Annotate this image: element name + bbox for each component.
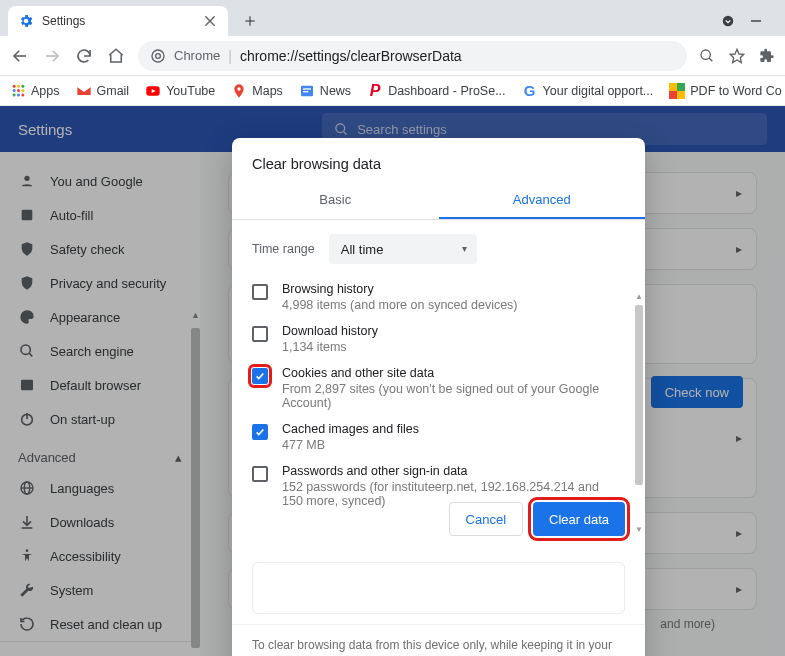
svg-line-11 <box>709 58 712 61</box>
svg-rect-30 <box>677 83 685 91</box>
dialog-tabs: Basic Advanced <box>232 182 645 220</box>
stub-card <box>252 562 625 614</box>
google-icon: G <box>522 83 538 99</box>
address-bar[interactable]: Chrome | chrome://settings/clearBrowserD… <box>138 41 687 71</box>
time-range-label: Time range <box>252 242 315 256</box>
checkbox[interactable] <box>252 466 268 482</box>
maps-icon <box>231 83 247 99</box>
close-icon[interactable] <box>202 13 218 29</box>
scrollbar-thumb[interactable] <box>635 305 643 485</box>
dialog-scrollbar[interactable]: ▲ ▼ <box>635 292 643 530</box>
svg-point-14 <box>17 85 20 88</box>
bookmark-digital[interactable]: GYour digital opport... <box>522 83 654 99</box>
browser-tab[interactable]: Settings <box>8 6 228 36</box>
omnibox-chip: Chrome <box>174 48 220 63</box>
reload-button[interactable] <box>74 46 94 66</box>
account-icon[interactable] <box>721 14 735 28</box>
svg-rect-27 <box>303 91 308 92</box>
news-icon <box>299 83 315 99</box>
omnibox-url: chrome://settings/clearBrowserData <box>240 48 462 64</box>
clear-browsing-data-dialog: Clear browsing data Basic Advanced Time … <box>232 138 645 656</box>
gear-icon <box>18 13 34 29</box>
tab-strip: Settings <box>0 0 785 36</box>
extensions-icon[interactable] <box>759 48 775 64</box>
dialog-footer: To clear browsing data from this device … <box>232 624 645 656</box>
svg-point-10 <box>701 50 710 59</box>
svg-marker-12 <box>730 49 743 62</box>
home-button[interactable] <box>106 46 126 66</box>
bookmark-youtube[interactable]: YouTube <box>145 83 215 99</box>
forward-button[interactable] <box>42 46 62 66</box>
scroll-down-icon[interactable]: ▼ <box>635 525 643 534</box>
bookmark-news[interactable]: News <box>299 83 351 99</box>
scroll-up-icon[interactable]: ▲ <box>635 292 643 301</box>
svg-point-4 <box>723 16 734 27</box>
back-button[interactable] <box>10 46 30 66</box>
youtube-icon <box>145 83 161 99</box>
svg-point-15 <box>21 85 24 88</box>
bookmark-pdf[interactable]: PDF to Word Co <box>669 83 781 99</box>
time-range-select[interactable]: All time ▾ <box>329 234 477 264</box>
bookmarks-bar: Apps Gmail YouTube Maps News PDashboard … <box>0 76 785 106</box>
bookmark-dashboard[interactable]: PDashboard - ProSe... <box>367 83 505 99</box>
checkbox[interactable] <box>252 284 268 300</box>
tab-title: Settings <box>42 14 194 28</box>
svg-point-13 <box>12 85 15 88</box>
svg-point-21 <box>21 93 24 96</box>
checkbox[interactable] <box>252 326 268 342</box>
apps-icon <box>10 83 26 99</box>
svg-rect-29 <box>669 91 677 99</box>
option-download-history[interactable]: Download history1,134 items <box>246 318 625 360</box>
tab-basic[interactable]: Basic <box>232 182 439 219</box>
gmail-icon <box>76 83 92 99</box>
option-cookies[interactable]: Cookies and other site dataFrom 2,897 si… <box>246 360 625 416</box>
new-tab-button[interactable] <box>236 7 264 35</box>
pdf-icon <box>669 83 685 99</box>
tab-advanced[interactable]: Advanced <box>439 182 646 219</box>
dialog-title: Clear browsing data <box>232 138 645 182</box>
chevron-down-icon: ▾ <box>462 243 467 254</box>
svg-point-19 <box>12 93 15 96</box>
checkbox[interactable] <box>252 424 268 440</box>
svg-point-20 <box>17 93 20 96</box>
svg-point-16 <box>12 89 15 92</box>
bookmark-maps[interactable]: Maps <box>231 83 283 99</box>
option-passwords[interactable]: Passwords and other sign-in data152 pass… <box>246 458 625 514</box>
chrome-icon <box>150 48 166 64</box>
bookmark-gmail[interactable]: Gmail <box>76 83 130 99</box>
bookmark-apps[interactable]: Apps <box>10 83 60 99</box>
option-browsing-history[interactable]: Browsing history4,998 items (and more on… <box>246 276 625 318</box>
checkbox[interactable] <box>252 368 268 384</box>
svg-point-8 <box>152 50 164 62</box>
minimize-button[interactable] <box>749 14 763 28</box>
svg-point-9 <box>156 53 161 58</box>
window-controls <box>721 14 777 28</box>
zoom-icon[interactable] <box>699 48 715 64</box>
pinterest-icon: P <box>367 83 383 99</box>
svg-point-17 <box>17 89 20 92</box>
option-cached[interactable]: Cached images and files477 MB <box>246 416 625 458</box>
svg-point-18 <box>21 89 24 92</box>
svg-rect-26 <box>303 88 311 89</box>
bookmark-star-icon[interactable] <box>729 48 745 64</box>
svg-point-24 <box>238 87 241 90</box>
browser-toolbar: Chrome | chrome://settings/clearBrowserD… <box>0 36 785 76</box>
